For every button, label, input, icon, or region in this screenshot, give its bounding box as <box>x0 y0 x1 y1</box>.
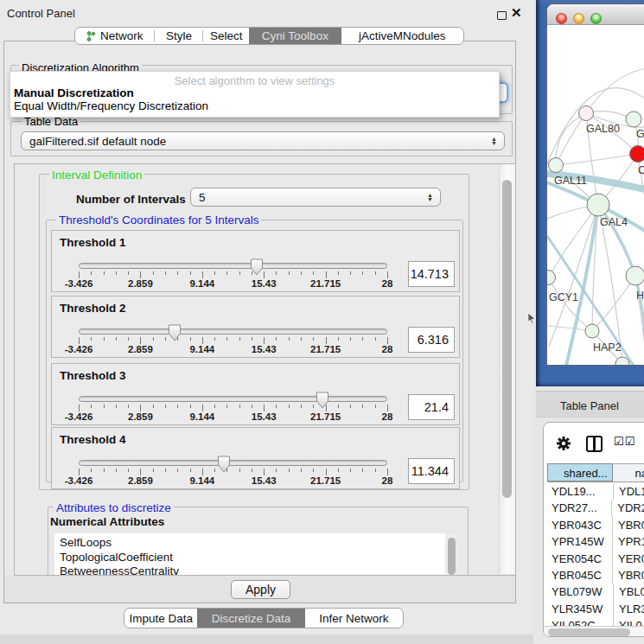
slider-track[interactable] <box>79 396 387 402</box>
table-row[interactable]: YIL052CYIL0 <box>547 617 644 626</box>
network-node[interactable] <box>587 194 609 216</box>
cell-name[interactable]: YBR0 <box>612 517 644 533</box>
table-row[interactable]: YPR145WYPR1 <box>547 533 644 550</box>
network-node[interactable] <box>579 106 594 121</box>
numerical-attributes-list[interactable]: SelfLoopsTopologicalCoefficientBetweenne… <box>54 533 445 575</box>
minimize-traffic-light[interactable] <box>573 13 584 24</box>
cell-shared-name[interactable]: YPR145W <box>547 533 612 550</box>
scrollbar-thumb[interactable] <box>502 180 512 498</box>
restore-icon[interactable] <box>497 11 507 20</box>
table-row[interactable]: YLR345WYLR3 <box>547 601 644 617</box>
cell-shared-name[interactable]: YBL079W <box>547 583 613 600</box>
slider-tick <box>276 469 277 472</box>
axis-label: 9.144 <box>189 411 214 422</box>
table-data-combobox[interactable]: galFiltered.sif default node ▲▼ <box>21 131 505 150</box>
network-node-label: GAL4 <box>600 216 628 228</box>
table-row[interactable]: YBR045CYBR0 <box>547 567 644 583</box>
columns-icon[interactable] <box>586 436 603 452</box>
table-row[interactable]: YBR043CYBR0 <box>547 517 644 533</box>
network-edge[interactable] <box>586 68 644 113</box>
cell-name[interactable]: YDL1 <box>613 483 644 500</box>
network-edge[interactable] <box>592 276 635 331</box>
axis-label: 15.43 <box>252 411 277 422</box>
apply-button[interactable]: Apply <box>231 580 290 599</box>
cell-shared-name[interactable]: YDR27... <box>547 500 611 516</box>
cell-shared-name[interactable]: YIL052C <box>547 617 613 626</box>
popup-item[interactable]: Manual Discretization <box>10 86 499 99</box>
network-node[interactable] <box>626 112 641 127</box>
network-edge[interactable] <box>598 205 622 364</box>
cell-name[interactable]: YPR1 <box>612 533 644 550</box>
network-edge[interactable] <box>556 113 586 165</box>
cell-name[interactable]: YER0 <box>612 551 644 567</box>
network-canvas[interactable]: GAL80GCGAL11GAL4GCY1HHAP2 <box>547 25 644 366</box>
cell-shared-name[interactable]: YBR043C <box>547 517 612 533</box>
column-header-shared-name[interactable]: shared... <box>547 463 613 481</box>
slider-thumb[interactable] <box>168 324 182 341</box>
slider-tick <box>104 405 105 408</box>
network-node[interactable] <box>630 146 644 163</box>
tab-infer-network[interactable]: Infer Network <box>305 609 403 628</box>
close-icon[interactable]: ✕ <box>511 5 522 21</box>
close-traffic-light[interactable] <box>556 13 567 24</box>
cell-name[interactable]: YDR2 <box>611 500 644 516</box>
cell-name[interactable]: YIL0 <box>613 617 644 626</box>
slider-tick <box>116 271 117 275</box>
tab-label: Infer Network <box>319 612 388 625</box>
slider-thumb[interactable] <box>217 456 231 473</box>
threshold-value-field[interactable]: 6.316 <box>408 327 455 353</box>
tab-impute-data[interactable]: Impute Data <box>124 609 197 628</box>
table-row[interactable]: YDR27...YDR2 <box>547 500 644 516</box>
threshold-value-field[interactable]: 21.4 <box>408 394 455 420</box>
table-row[interactable]: YBL079WYBL0 <box>547 583 644 600</box>
network-node[interactable] <box>547 271 556 285</box>
axis-label: -3.426 <box>65 411 93 422</box>
tab-jactivemnodules[interactable]: jActiveMNodules <box>341 28 463 44</box>
slider-track[interactable] <box>79 328 387 335</box>
cell-shared-name[interactable]: YER054C <box>547 551 612 567</box>
slider-thumb[interactable] <box>316 392 329 409</box>
scrollbar-thumb[interactable] <box>548 628 630 636</box>
cell-shared-name[interactable]: YBR045C <box>547 567 612 583</box>
attribute-item[interactable]: TopologicalCoefficient <box>54 551 445 565</box>
cell-name[interactable]: YBR0 <box>612 567 644 583</box>
slider-track[interactable] <box>79 263 387 269</box>
network-node[interactable] <box>626 266 644 285</box>
gear-icon[interactable] <box>555 435 572 452</box>
settings-scrollbar[interactable] <box>499 164 515 574</box>
slider-tick <box>301 405 302 408</box>
slider-thumb[interactable] <box>250 258 264 276</box>
attribute-item[interactable]: BetweennessCentrality <box>54 564 445 575</box>
cell-shared-name[interactable]: YLR345W <box>547 601 613 617</box>
popup-item[interactable]: Equal Width/Frequency Discretization <box>10 99 499 112</box>
slider-tick <box>128 469 129 472</box>
cell-shared-name[interactable]: YDL19... <box>547 483 613 500</box>
network-node[interactable] <box>585 324 599 338</box>
scrollbar-thumb[interactable] <box>448 538 456 575</box>
tab-cyni-toolbox[interactable]: Cyni Toolbox <box>249 28 341 44</box>
table-row[interactable]: YDL19...YDL1 <box>547 483 644 500</box>
tab-discretize-data[interactable]: Discretize Data <box>197 609 304 628</box>
slider-tick <box>289 469 290 472</box>
tab-label: jActiveMNodules <box>359 29 446 42</box>
tab-network[interactable]: Network <box>75 28 155 44</box>
number-of-intervals-spinner[interactable]: 5 ▲▼ <box>190 188 441 207</box>
table-row[interactable]: YER054CYER0 <box>547 551 644 567</box>
axis-label: 2.859 <box>128 344 153 354</box>
attribute-item[interactable]: SelfLoops <box>54 536 445 551</box>
cell-name[interactable]: YLR3 <box>613 601 644 617</box>
table-panel-title: Table Panel <box>560 399 619 412</box>
network-node[interactable] <box>549 158 564 173</box>
table-hscrollbar[interactable] <box>544 626 644 637</box>
slider-track[interactable] <box>79 460 387 466</box>
column-header-name[interactable]: na <box>613 463 644 481</box>
threshold-value-field[interactable]: 11.344 <box>408 458 455 484</box>
zoom-traffic-light[interactable] <box>590 13 602 24</box>
tab-style[interactable]: Style <box>155 28 204 44</box>
attributes-list-scrollbar[interactable] <box>446 534 456 575</box>
cell-name[interactable]: YBL0 <box>613 583 644 600</box>
threshold-value-field[interactable]: 14.713 <box>408 261 455 287</box>
tab-select[interactable]: Select <box>203 28 249 44</box>
select-columns-icon[interactable]: ☑☑ <box>614 435 635 448</box>
network-edge[interactable] <box>556 154 638 165</box>
